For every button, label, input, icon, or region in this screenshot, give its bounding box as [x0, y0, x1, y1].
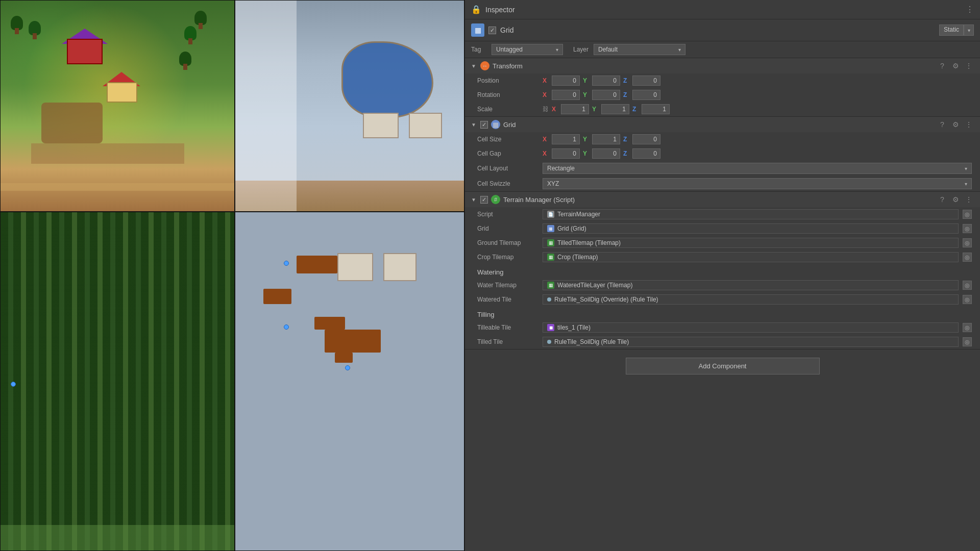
- script-target-button[interactable]: ◎: [963, 210, 972, 219]
- terrain-manager-section-header[interactable]: ▼ # Terrain Manager (Script) ? ⚙ ⋮: [465, 192, 980, 207]
- water-area: [341, 41, 433, 118]
- tm-settings-icon[interactable]: ⚙: [950, 195, 961, 204]
- building-outline: [337, 253, 373, 281]
- house: [103, 72, 141, 103]
- watered-tile-ref-field[interactable]: RuleTile_SoilDig (Override) (Rule Tile): [543, 294, 959, 305]
- watered-tile-row: Watered Tile RuleTile_SoilDig (Override)…: [465, 292, 980, 307]
- cg-x-label: X: [543, 150, 549, 157]
- object-active-checkbox[interactable]: [488, 27, 496, 34]
- transform-more-icon[interactable]: ⋮: [964, 62, 974, 70]
- tm-help-icon[interactable]: ?: [937, 195, 947, 204]
- rot-z-label: Z: [623, 91, 629, 98]
- water-tilemap-target-button[interactable]: ◎: [963, 281, 972, 290]
- script-ref-field[interactable]: 📄 TerrainManager: [543, 209, 959, 219]
- cg-x-field[interactable]: 0: [552, 148, 580, 159]
- object-type-icon: ▦: [471, 23, 484, 37]
- more-options-icon[interactable]: ⋮: [966, 5, 974, 14]
- grid-active-checkbox[interactable]: [480, 121, 488, 129]
- transform-help-icon[interactable]: ?: [937, 62, 947, 70]
- transform-section-header[interactable]: ▼ ↔ Transform ? ⚙ ⋮: [465, 58, 980, 73]
- crop-tilemap-ref-field[interactable]: ▦ Crop (Tilemap): [543, 252, 959, 262]
- cs-x-field[interactable]: 1: [552, 134, 580, 144]
- tilled-patch: [309, 263, 332, 271]
- cell-swizzle-row: Cell Swizzle XYZ ▾: [465, 176, 980, 191]
- ground-tilemap-target-button[interactable]: ◎: [963, 238, 972, 247]
- tilled-tile-ref-field[interactable]: RuleTile_SoilDig (Rule Tile): [543, 337, 959, 347]
- swizzle-chevron-icon: ▾: [965, 181, 967, 187]
- ground-tilemap-ref-field[interactable]: ▦ TilledTilemap (Tilemap): [543, 238, 959, 248]
- rot-x-label: X: [543, 91, 549, 98]
- grid-section: ▼ ▦ Grid ? ⚙ ⋮ Cell Size X 1 Y 1 Z: [465, 117, 980, 192]
- water-tilemap-icon: ▦: [547, 282, 554, 289]
- tm-more-icon[interactable]: ⋮: [964, 195, 974, 204]
- position-row: Position X 0 Y 0 Z 0: [465, 73, 980, 88]
- scene-farm-panel: [0, 0, 235, 212]
- scene-night-panel: [235, 0, 464, 212]
- rot-z-field[interactable]: 0: [632, 90, 660, 100]
- layout-chevron-icon: ▾: [965, 166, 967, 171]
- tilleable-tile-target-button[interactable]: ◎: [963, 323, 972, 332]
- cell-size-label: Cell Size: [477, 136, 538, 143]
- dot-indicator: [284, 324, 289, 330]
- building: [363, 113, 399, 138]
- dot-indicator: [11, 382, 16, 387]
- tilleable-tile-row: Tilleable Tile ◼ tiles_1 (Tile) ◎: [465, 320, 980, 335]
- tilleable-tile-ref-field[interactable]: ◼ tiles_1 (Tile): [543, 322, 959, 333]
- dot-indicator: [284, 261, 289, 266]
- transform-settings-icon[interactable]: ⚙: [950, 62, 961, 70]
- ground-tilemap-label: Ground Tilemap: [477, 239, 538, 246]
- scale-row: Scale ⛓ X 1 Y 1 Z 1: [465, 102, 980, 116]
- tm-script-icon: #: [491, 195, 500, 204]
- cell-gap-row: Cell Gap X 0 Y 0 Z 0: [465, 146, 980, 161]
- water-tilemap-ref-field[interactable]: ▦ WateredTileLayer (Tilemap): [543, 280, 959, 290]
- crop-tilemap-row: Crop Tilemap ▦ Crop (Tilemap) ◎: [465, 250, 980, 264]
- script-row: Script 📄 TerrainManager ◎: [465, 207, 980, 221]
- terrain-manager-section: ▼ # Terrain Manager (Script) ? ⚙ ⋮ Scrip…: [465, 192, 980, 349]
- pos-x-field[interactable]: 0: [552, 76, 580, 86]
- scale-z-field[interactable]: 1: [642, 104, 670, 114]
- scale-y-field[interactable]: 1: [601, 104, 629, 114]
- layer-dropdown[interactable]: Default ▾: [594, 44, 685, 55]
- cs-z-field[interactable]: 0: [632, 134, 660, 144]
- grid-help-icon[interactable]: ?: [937, 120, 947, 129]
- grid-settings-icon[interactable]: ⚙: [950, 120, 961, 129]
- watered-tile-target-button[interactable]: ◎: [963, 295, 972, 304]
- pos-z-field[interactable]: 0: [632, 76, 660, 86]
- tm-arrow-icon: ▼: [471, 197, 477, 203]
- add-component-button[interactable]: Add Component: [626, 358, 820, 374]
- dot-indicator: [345, 365, 350, 370]
- scale-x-field[interactable]: 1: [561, 104, 589, 114]
- grid-target-button[interactable]: ◎: [963, 224, 972, 233]
- grid-ref-field[interactable]: ▦ Grid (Grid): [543, 223, 959, 234]
- cg-y-field[interactable]: 0: [592, 148, 620, 159]
- layer-label: Layer: [573, 46, 590, 53]
- static-badge: Static: [939, 24, 964, 36]
- rot-y-field[interactable]: 0: [592, 90, 620, 100]
- cell-layout-dropdown[interactable]: Rectangle ▾: [543, 163, 972, 174]
- crop-tilemap-target-button[interactable]: ◎: [963, 253, 972, 262]
- lock-icon[interactable]: 🔒: [471, 5, 481, 14]
- pos-y-field[interactable]: 0: [592, 76, 620, 86]
- scale-z-label: Z: [632, 106, 639, 113]
- cell-size-row: Cell Size X 1 Y 1 Z 0: [465, 132, 980, 146]
- static-dropdown[interactable]: ▾: [964, 24, 974, 36]
- grid-ref-row: Grid ▦ Grid (Grid) ◎: [465, 221, 980, 236]
- tag-dropdown[interactable]: Untagged ▾: [492, 44, 563, 55]
- rot-x-field[interactable]: 0: [552, 90, 580, 100]
- tilling-subsection-label: Tilling: [465, 307, 980, 320]
- tilled-patch: [325, 330, 381, 353]
- scale-x-label: X: [552, 106, 558, 113]
- scene-tilled-panel: [235, 212, 464, 551]
- water-tilemap-label: Water Tilemap: [477, 282, 538, 289]
- cell-swizzle-dropdown[interactable]: XYZ ▾: [543, 178, 972, 189]
- grid-section-header[interactable]: ▼ ▦ Grid ? ⚙ ⋮: [465, 117, 980, 132]
- transform-icon: ↔: [480, 61, 489, 70]
- tilled-tile-target-button[interactable]: ◎: [963, 337, 972, 346]
- object-name-field[interactable]: Grid: [500, 26, 935, 34]
- inspector-header: 🔒 Inspector ⋮: [465, 0, 980, 19]
- crop-tilemap-label: Crop Tilemap: [477, 254, 538, 261]
- tm-active-checkbox[interactable]: [480, 196, 488, 204]
- grid-more-icon[interactable]: ⋮: [964, 120, 974, 129]
- cg-z-field[interactable]: 0: [632, 148, 660, 159]
- cs-y-field[interactable]: 1: [592, 134, 620, 144]
